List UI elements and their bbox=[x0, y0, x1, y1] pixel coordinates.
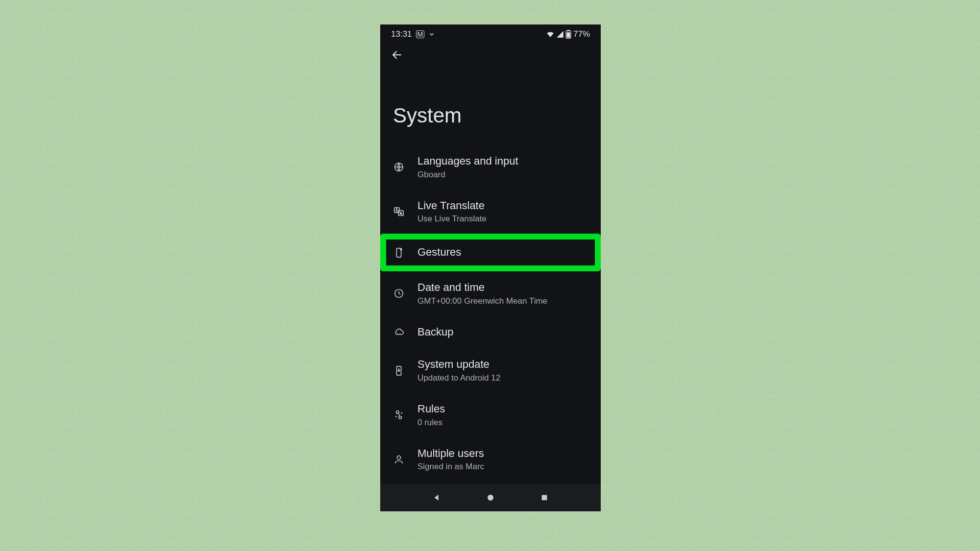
status-bar: 13:31 M 77% bbox=[380, 24, 601, 40]
status-time: 13:31 bbox=[391, 29, 412, 39]
signal-icon bbox=[556, 30, 564, 39]
item-title: System update bbox=[417, 358, 500, 372]
item-subtitle: Use Live Translate bbox=[417, 214, 487, 224]
item-gestures[interactable]: Gestures bbox=[380, 234, 601, 271]
item-rules[interactable]: Rules 0 rules bbox=[380, 393, 601, 437]
battery-icon bbox=[565, 30, 571, 39]
status-right: 77% bbox=[546, 29, 590, 39]
item-title: Live Translate bbox=[417, 199, 487, 213]
nav-recent-button[interactable] bbox=[539, 492, 550, 503]
translate-icon bbox=[393, 206, 405, 217]
back-button[interactable] bbox=[391, 49, 403, 61]
phone-frame: 13:31 M 77% System Languages and input G… bbox=[380, 24, 601, 511]
item-subtitle: Signed in as Marc bbox=[417, 461, 484, 472]
item-title: Backup bbox=[417, 325, 453, 339]
item-subtitle: Gboard bbox=[417, 169, 518, 180]
item-languages-input[interactable]: Languages and input Gboard bbox=[380, 145, 601, 190]
nav-back-button[interactable] bbox=[431, 492, 442, 503]
page-title: System bbox=[380, 61, 601, 145]
gmail-icon: M bbox=[416, 30, 425, 38]
item-date-time[interactable]: Date and time GMT+00:00 Greenwich Mean T… bbox=[380, 271, 601, 316]
nav-home-button[interactable] bbox=[485, 492, 496, 503]
svg-point-12 bbox=[401, 412, 402, 414]
item-system-update[interactable]: System update Updated to Android 12 bbox=[380, 348, 601, 393]
svg-rect-1 bbox=[567, 30, 569, 31]
clock-icon bbox=[393, 287, 405, 299]
item-title: Gestures bbox=[417, 245, 461, 260]
svg-rect-16 bbox=[542, 495, 547, 501]
svg-point-14 bbox=[397, 456, 400, 459]
navigation-bar bbox=[380, 484, 601, 511]
item-backup[interactable]: Backup bbox=[380, 316, 601, 349]
triangle-back-icon bbox=[432, 493, 441, 502]
item-subtitle: 0 rules bbox=[417, 417, 445, 428]
cloud-icon bbox=[393, 326, 405, 338]
svg-rect-2 bbox=[566, 32, 570, 38]
svg-point-13 bbox=[395, 416, 397, 418]
item-title: Languages and input bbox=[417, 154, 518, 168]
item-subtitle: Updated to Android 12 bbox=[417, 373, 500, 383]
person-icon bbox=[393, 454, 405, 465]
wifi-icon bbox=[546, 30, 555, 39]
arrow-left-icon bbox=[391, 49, 403, 61]
item-live-translate[interactable]: Live Translate Use Live Translate bbox=[380, 190, 601, 234]
chevron-down-icon bbox=[428, 31, 435, 38]
app-bar bbox=[380, 40, 601, 61]
item-title: Multiple users bbox=[417, 447, 484, 461]
battery-percent: 77% bbox=[573, 29, 590, 39]
globe-icon bbox=[393, 161, 405, 173]
item-title: Rules bbox=[417, 402, 445, 416]
status-left: 13:31 M bbox=[391, 29, 435, 39]
square-recent-icon bbox=[540, 494, 548, 502]
svg-point-11 bbox=[399, 416, 402, 419]
gesture-icon bbox=[393, 247, 405, 259]
svg-point-15 bbox=[488, 495, 493, 501]
update-icon bbox=[393, 365, 405, 377]
circle-home-icon bbox=[486, 493, 495, 502]
item-title: Date and time bbox=[417, 281, 547, 295]
item-subtitle: GMT+00:00 Greenwich Mean Time bbox=[417, 296, 547, 307]
rules-icon bbox=[393, 409, 405, 421]
